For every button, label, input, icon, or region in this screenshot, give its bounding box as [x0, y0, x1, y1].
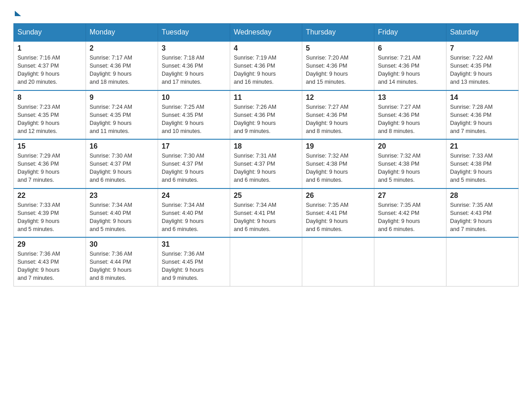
day-number: 25 — [234, 192, 298, 200]
day-info: Sunrise: 7:34 AMSunset: 4:40 PMDaylight:… — [90, 201, 154, 234]
day-number: 12 — [306, 94, 370, 102]
day-info: Sunrise: 7:26 AMSunset: 4:36 PMDaylight:… — [234, 103, 298, 136]
calendar-cell: 27Sunrise: 7:35 AMSunset: 4:42 PMDayligh… — [374, 188, 446, 238]
calendar-cell: 8Sunrise: 7:23 AMSunset: 4:35 PMDaylight… — [14, 90, 86, 140]
day-info: Sunrise: 7:16 AMSunset: 4:37 PMDaylight:… — [17, 54, 82, 86]
day-number: 2 — [90, 44, 154, 52]
calendar-cell: 9Sunrise: 7:24 AMSunset: 4:35 PMDaylight… — [86, 90, 158, 140]
day-number: 18 — [234, 142, 298, 150]
day-number: 20 — [378, 142, 442, 150]
day-number: 23 — [90, 192, 154, 200]
calendar-cell: 25Sunrise: 7:34 AMSunset: 4:41 PMDayligh… — [230, 188, 302, 238]
logo — [13, 9, 21, 14]
calendar-cell: 12Sunrise: 7:27 AMSunset: 4:36 PMDayligh… — [302, 90, 374, 140]
day-info: Sunrise: 7:25 AMSunset: 4:35 PMDaylight:… — [162, 103, 226, 136]
day-number: 6 — [378, 44, 442, 52]
day-number: 7 — [450, 44, 515, 52]
day-info: Sunrise: 7:27 AMSunset: 4:36 PMDaylight:… — [378, 103, 442, 136]
day-number: 30 — [90, 240, 154, 248]
calendar-cell: 17Sunrise: 7:30 AMSunset: 4:37 PMDayligh… — [158, 139, 230, 188]
calendar-cell: 11Sunrise: 7:26 AMSunset: 4:36 PMDayligh… — [230, 90, 302, 140]
calendar-week-row-2: 8Sunrise: 7:23 AMSunset: 4:35 PMDaylight… — [14, 90, 519, 140]
day-number: 4 — [234, 44, 298, 52]
day-number: 9 — [90, 94, 154, 102]
calendar-cell: 28Sunrise: 7:35 AMSunset: 4:43 PMDayligh… — [446, 188, 519, 238]
calendar-cell: 30Sunrise: 7:36 AMSunset: 4:44 PMDayligh… — [86, 237, 158, 286]
day-info: Sunrise: 7:21 AMSunset: 4:36 PMDaylight:… — [378, 54, 442, 86]
day-info: Sunrise: 7:23 AMSunset: 4:35 PMDaylight:… — [17, 103, 82, 136]
calendar-cell: 1Sunrise: 7:16 AMSunset: 4:37 PMDaylight… — [14, 41, 86, 90]
day-number: 29 — [17, 240, 82, 248]
day-info: Sunrise: 7:22 AMSunset: 4:35 PMDaylight:… — [450, 54, 515, 86]
calendar-cell: 7Sunrise: 7:22 AMSunset: 4:35 PMDaylight… — [446, 41, 519, 90]
day-number: 27 — [378, 192, 442, 200]
day-number: 5 — [306, 44, 370, 52]
day-info: Sunrise: 7:36 AMSunset: 4:43 PMDaylight:… — [17, 250, 82, 283]
day-info: Sunrise: 7:32 AMSunset: 4:38 PMDaylight:… — [306, 152, 370, 184]
calendar-cell — [374, 237, 446, 286]
day-number: 1 — [17, 44, 82, 52]
day-number: 11 — [234, 94, 298, 102]
day-number: 8 — [17, 94, 82, 102]
day-info: Sunrise: 7:30 AMSunset: 4:37 PMDaylight:… — [90, 152, 154, 184]
day-info: Sunrise: 7:31 AMSunset: 4:37 PMDaylight:… — [234, 152, 298, 184]
weekday-header-wednesday: Wednesday — [230, 24, 302, 42]
calendar-cell: 2Sunrise: 7:17 AMSunset: 4:36 PMDaylight… — [86, 41, 158, 90]
day-number: 22 — [17, 192, 82, 200]
calendar-cell: 18Sunrise: 7:31 AMSunset: 4:37 PMDayligh… — [230, 139, 302, 188]
calendar-cell — [230, 237, 302, 286]
calendar-table: SundayMondayTuesdayWednesdayThursdayFrid… — [13, 23, 519, 287]
day-info: Sunrise: 7:19 AMSunset: 4:36 PMDaylight:… — [234, 54, 298, 86]
day-info: Sunrise: 7:33 AMSunset: 4:38 PMDaylight:… — [450, 152, 515, 184]
calendar-cell: 20Sunrise: 7:32 AMSunset: 4:38 PMDayligh… — [374, 139, 446, 188]
weekday-header-row: SundayMondayTuesdayWednesdayThursdayFrid… — [14, 24, 519, 42]
weekday-header-tuesday: Tuesday — [158, 24, 230, 42]
day-info: Sunrise: 7:36 AMSunset: 4:44 PMDaylight:… — [90, 250, 154, 283]
day-info: Sunrise: 7:32 AMSunset: 4:38 PMDaylight:… — [378, 152, 442, 184]
calendar-cell: 31Sunrise: 7:36 AMSunset: 4:45 PMDayligh… — [158, 237, 230, 286]
day-number: 17 — [162, 142, 226, 150]
weekday-header-saturday: Saturday — [446, 24, 519, 42]
calendar-cell: 16Sunrise: 7:30 AMSunset: 4:37 PMDayligh… — [86, 139, 158, 188]
calendar-cell — [446, 237, 519, 286]
day-number: 26 — [306, 192, 370, 200]
calendar-cell: 6Sunrise: 7:21 AMSunset: 4:36 PMDaylight… — [374, 41, 446, 90]
day-info: Sunrise: 7:35 AMSunset: 4:42 PMDaylight:… — [378, 201, 442, 234]
day-info: Sunrise: 7:30 AMSunset: 4:37 PMDaylight:… — [162, 152, 226, 184]
day-info: Sunrise: 7:27 AMSunset: 4:36 PMDaylight:… — [306, 103, 370, 136]
calendar-cell: 3Sunrise: 7:18 AMSunset: 4:36 PMDaylight… — [158, 41, 230, 90]
day-number: 10 — [162, 94, 226, 102]
calendar-cell: 19Sunrise: 7:32 AMSunset: 4:38 PMDayligh… — [302, 139, 374, 188]
calendar-cell: 4Sunrise: 7:19 AMSunset: 4:36 PMDaylight… — [230, 41, 302, 90]
weekday-header-thursday: Thursday — [302, 24, 374, 42]
calendar-cell: 13Sunrise: 7:27 AMSunset: 4:36 PMDayligh… — [374, 90, 446, 140]
day-number: 24 — [162, 192, 226, 200]
calendar-cell — [302, 237, 374, 286]
logo-arrow-icon — [15, 11, 21, 16]
calendar-cell: 22Sunrise: 7:33 AMSunset: 4:39 PMDayligh… — [14, 188, 86, 238]
day-info: Sunrise: 7:35 AMSunset: 4:41 PMDaylight:… — [306, 201, 370, 234]
day-number: 28 — [450, 192, 515, 200]
day-info: Sunrise: 7:24 AMSunset: 4:35 PMDaylight:… — [90, 103, 154, 136]
calendar-week-row-5: 29Sunrise: 7:36 AMSunset: 4:43 PMDayligh… — [14, 237, 519, 286]
day-number: 19 — [306, 142, 370, 150]
calendar-week-row-1: 1Sunrise: 7:16 AMSunset: 4:37 PMDaylight… — [14, 41, 519, 90]
day-info: Sunrise: 7:35 AMSunset: 4:43 PMDaylight:… — [450, 201, 515, 234]
day-info: Sunrise: 7:28 AMSunset: 4:36 PMDaylight:… — [450, 103, 515, 136]
day-info: Sunrise: 7:33 AMSunset: 4:39 PMDaylight:… — [17, 201, 82, 234]
day-info: Sunrise: 7:17 AMSunset: 4:36 PMDaylight:… — [90, 54, 154, 86]
day-number: 16 — [90, 142, 154, 150]
day-info: Sunrise: 7:20 AMSunset: 4:36 PMDaylight:… — [306, 54, 370, 86]
day-info: Sunrise: 7:36 AMSunset: 4:45 PMDaylight:… — [162, 250, 226, 283]
day-number: 14 — [450, 94, 515, 102]
calendar-week-row-3: 15Sunrise: 7:29 AMSunset: 4:36 PMDayligh… — [14, 139, 519, 188]
weekday-header-friday: Friday — [374, 24, 446, 42]
calendar-cell: 24Sunrise: 7:34 AMSunset: 4:40 PMDayligh… — [158, 188, 230, 238]
calendar-cell: 26Sunrise: 7:35 AMSunset: 4:41 PMDayligh… — [302, 188, 374, 238]
calendar-cell: 15Sunrise: 7:29 AMSunset: 4:36 PMDayligh… — [14, 139, 86, 188]
calendar-cell: 29Sunrise: 7:36 AMSunset: 4:43 PMDayligh… — [14, 237, 86, 286]
day-info: Sunrise: 7:18 AMSunset: 4:36 PMDaylight:… — [162, 54, 226, 86]
day-info: Sunrise: 7:34 AMSunset: 4:40 PMDaylight:… — [162, 201, 226, 234]
day-number: 3 — [162, 44, 226, 52]
calendar-cell: 10Sunrise: 7:25 AMSunset: 4:35 PMDayligh… — [158, 90, 230, 140]
